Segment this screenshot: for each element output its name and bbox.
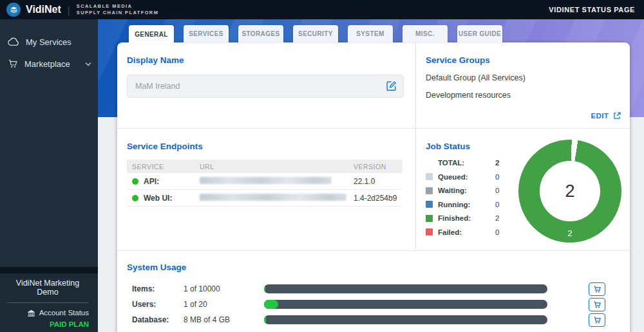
- tab-misc[interactable]: MISC.: [402, 25, 448, 42]
- col-service: SERVICE: [127, 163, 194, 171]
- bank-icon: [27, 309, 35, 317]
- donut-center-value: 2: [540, 161, 600, 221]
- sidebar-item-label: Marketplace: [24, 59, 70, 69]
- table-header: SERVICE URL VERSION: [127, 160, 402, 173]
- legend-swatch: [426, 215, 433, 222]
- tab-system[interactable]: SYSTEM: [348, 25, 393, 42]
- usage-bar: [264, 300, 547, 309]
- service-endpoints-section: Service Endpoints SERVICE URL VERSION AP…: [117, 129, 415, 251]
- job-status-legend: TOTAL: 2 Queued: 0 Waiting: 0: [426, 159, 504, 236]
- sidebar-footer-divider: [0, 267, 98, 273]
- legend-swatch: [426, 173, 433, 180]
- layers-icon: [9, 5, 19, 15]
- display-name-section: Display Name: [117, 42, 415, 129]
- sidebar-item-label: My Services: [26, 37, 71, 47]
- usage-bar: [264, 284, 547, 293]
- service-endpoints-title: Service Endpoints: [127, 142, 402, 151]
- account-status-label: Account Status: [39, 309, 89, 317]
- edit-display-name-button[interactable]: [385, 80, 397, 92]
- brand-tagline: SCALABLE MEDIA SUPPLY CHAIN PLATFORM: [77, 3, 159, 16]
- service-name: Web UI:: [144, 194, 172, 203]
- main-area: GENERAL SERVICES STORAGES SECURITY SYSTE…: [98, 19, 644, 332]
- buy-more-items-button[interactable]: [589, 282, 605, 296]
- sidebar-item-marketplace[interactable]: Marketplace: [0, 53, 98, 75]
- legend-row-running: Running: 0: [426, 201, 504, 208]
- legend-row-total: TOTAL: 2: [426, 159, 504, 167]
- service-version: 1.4-2d254b9: [348, 194, 402, 203]
- chevron-down-icon[interactable]: [85, 62, 91, 66]
- legend-swatch: [426, 187, 433, 194]
- sidebar-item-my-services[interactable]: My Services: [0, 31, 98, 53]
- tab-storages[interactable]: STORAGES: [238, 25, 283, 42]
- sidebar-footer: VidiNet Marketing Demo Account Status PA…: [0, 267, 98, 332]
- usage-row-items: Items: 1 of 10000: [127, 281, 630, 297]
- legend-swatch: [426, 201, 433, 208]
- job-status-donut: 2 2: [518, 140, 621, 243]
- usage-row-users: Users: 1 of 20: [127, 297, 630, 312]
- service-group-item: Default Group (All Services): [426, 73, 621, 82]
- display-name-title: Display Name: [127, 55, 404, 65]
- account-status-link[interactable]: Account Status: [6, 309, 89, 317]
- status-dot: [132, 195, 138, 201]
- cloud-icon: [8, 37, 19, 46]
- system-usage-section: System Usage Items: 1 of 10000: [117, 251, 630, 327]
- vidinet-status-page-link[interactable]: VIDINET STATUS PAGE: [549, 6, 635, 14]
- footer-divider-line: [6, 302, 89, 303]
- system-usage-title: System Usage: [127, 263, 630, 272]
- service-group-item: Development resources: [426, 91, 621, 100]
- display-name-input[interactable]: [127, 75, 404, 98]
- usage-row-database: Database: 8 MB of 4 GB: [127, 312, 630, 327]
- service-groups-section: Service Groups Default Group (All Servic…: [415, 42, 630, 129]
- cart-icon: [8, 59, 18, 69]
- usage-bar-fill: [264, 300, 278, 309]
- buy-more-users-button[interactable]: [589, 298, 605, 311]
- cart-icon: [593, 316, 601, 324]
- vidinet-logo[interactable]: [6, 3, 21, 17]
- tab-user-guide[interactable]: USER GUIDE: [457, 25, 502, 42]
- edit-service-groups-link[interactable]: EDIT: [591, 111, 621, 120]
- col-version: VERSION: [348, 163, 402, 171]
- col-url: URL: [194, 163, 348, 171]
- cart-icon: [593, 285, 601, 293]
- brand-name: VidiNet: [26, 4, 61, 15]
- service-version: 22.1.0: [348, 177, 402, 186]
- edit-pencil-icon: [385, 80, 397, 92]
- legend-swatch: [426, 228, 433, 235]
- usage-bar: [264, 315, 547, 324]
- tab-bar: GENERAL SERVICES STORAGES SECURITY SYSTE…: [129, 25, 502, 43]
- usage-bar-fill: [264, 315, 266, 324]
- redacted-url: [200, 177, 332, 184]
- donut-slice-label: 2: [567, 228, 573, 238]
- table-row: Web UI: 1.4-2d254b9: [127, 190, 402, 207]
- legend-row-failed: Failed: 0: [426, 228, 504, 236]
- legend-row-finished: Finished: 2: [426, 214, 504, 222]
- account-name: VidiNet Marketing Demo: [6, 279, 89, 302]
- service-groups-title: Service Groups: [426, 55, 621, 65]
- legend-row-waiting: Waiting: 0: [426, 187, 504, 194]
- tab-general[interactable]: GENERAL: [129, 25, 174, 43]
- top-bar: VidiNet | SCALABLE MEDIA SUPPLY CHAIN PL…: [0, 0, 644, 19]
- tab-security[interactable]: SECURITY: [293, 25, 338, 42]
- general-tab-card: Display Name Service Groups Default Grou…: [117, 42, 630, 332]
- brand-divider: |: [68, 5, 70, 15]
- plan-badge: PAID PLAN: [6, 320, 89, 328]
- legend-row-queued: Queued: 0: [426, 173, 504, 181]
- status-dot: [132, 178, 138, 185]
- sidebar: My Services Marketplace VidiNet Marketin…: [0, 19, 98, 332]
- job-status-section: Job Status TOTAL: 2 Queued: 0 Waiting:: [415, 129, 630, 251]
- service-name: API:: [144, 177, 159, 186]
- external-link-icon: [612, 111, 621, 120]
- service-endpoints-table: SERVICE URL VERSION API: 22.1.0: [127, 160, 402, 207]
- usage-bar-fill: [264, 284, 265, 293]
- buy-more-database-button[interactable]: [589, 313, 605, 327]
- tab-services[interactable]: SERVICES: [184, 25, 229, 42]
- table-row: API: 22.1.0: [127, 173, 402, 190]
- cart-icon: [593, 300, 601, 309]
- redacted-url: [200, 194, 346, 201]
- edit-label: EDIT: [591, 112, 609, 120]
